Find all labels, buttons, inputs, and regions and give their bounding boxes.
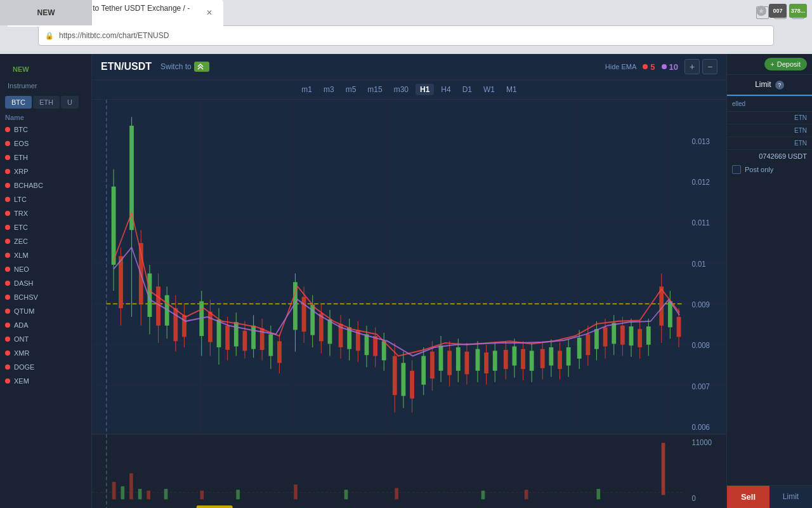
deposit-icon: +	[771, 61, 775, 68]
svg-rect-117	[566, 347, 571, 366]
ext-007-icon[interactable]: 007	[769, 4, 787, 18]
svg-rect-47	[243, 331, 247, 351]
bchabc-status-dot	[5, 183, 10, 188]
usdt-amount: 0742669 USDT	[732, 152, 807, 160]
tf-d1[interactable]: D1	[458, 84, 476, 95]
instrument-eos[interactable]: EOS	[0, 137, 91, 150]
star-icon[interactable]	[756, 6, 766, 16]
instrument-qtum[interactable]: QTUM	[0, 304, 91, 318]
svg-rect-129	[620, 326, 625, 345]
tf-w1[interactable]: W1	[479, 84, 499, 95]
svg-rect-81	[402, 363, 406, 396]
ema10-control[interactable]: 10	[662, 62, 678, 72]
instrument-etc[interactable]: ETC	[0, 220, 91, 234]
xmr-label: XMR	[14, 349, 29, 357]
tf-h4[interactable]: H4	[436, 84, 455, 95]
tf-h1[interactable]: H1	[416, 84, 434, 95]
svg-rect-65	[328, 319, 332, 344]
sidebar-tab-btc[interactable]: BTC	[5, 96, 32, 109]
zoom-out-button[interactable]: −	[702, 59, 717, 74]
tf-m1-upper[interactable]: M1	[502, 84, 521, 95]
chart-switch[interactable]: Switch to	[160, 62, 209, 72]
svg-rect-113	[549, 347, 553, 366]
instrument-xem[interactable]: XEM	[0, 374, 91, 388]
browser-chrome: NEW Electroneum ETN to Tether USDT Excha…	[0, 0, 812, 54]
tf-m30[interactable]: m30	[390, 84, 413, 95]
xlm-status-dot	[5, 253, 10, 258]
sell-button[interactable]: Sell	[727, 486, 769, 508]
ema5-control[interactable]: 5	[643, 62, 655, 72]
neo-label: NEO	[14, 265, 29, 273]
eos-label: EOS	[14, 140, 29, 147]
tf-m15[interactable]: m15	[363, 84, 386, 95]
btc-status-dot	[5, 127, 10, 132]
app-container: NEW Instrumer BTC ETH U Name BTC EOS ETH	[0, 54, 812, 508]
svg-rect-39	[208, 312, 213, 342]
deposit-button[interactable]: + Deposit	[764, 58, 807, 70]
ext-378-icon[interactable]: 378...	[789, 4, 807, 18]
svg-rect-77	[382, 341, 386, 360]
timeframe-bar: m1 m3 m5 m15 m30 H1 H4 D1 W1 M1	[92, 80, 726, 100]
svg-rect-21	[119, 256, 123, 308]
svg-rect-55	[277, 341, 282, 363]
instrument-doge[interactable]: DOGE	[0, 360, 91, 374]
instrument-eth[interactable]: ETH	[0, 150, 91, 164]
instrument-dash[interactable]: DASH	[0, 276, 91, 290]
tf-m3[interactable]: m3	[319, 84, 339, 95]
svg-rect-162	[294, 485, 298, 499]
chart-header: ETN/USDT Switch to Hide EMA 5 10 +	[92, 54, 726, 80]
tab-close-icon[interactable]: ✕	[206, 8, 213, 18]
instrument-ada[interactable]: ADA	[0, 318, 91, 332]
limit-order-label[interactable]: Limit	[769, 486, 812, 508]
instrument-xmr[interactable]: XMR	[0, 346, 91, 360]
instrument-zec[interactable]: ZEC	[0, 234, 91, 248]
instrument-ont[interactable]: ONT	[0, 332, 91, 346]
limit-help-icon[interactable]: ?	[775, 81, 784, 90]
chart-canvas[interactable]: 0.013 0.012 0.011 0.01 0.009 0.008 0.007…	[92, 100, 726, 508]
post-only-checkbox[interactable]	[732, 165, 741, 174]
hide-ema-button[interactable]: Hide EMA	[605, 63, 637, 70]
address-bar[interactable]: 🔒 https://hitbtc.com/chart/ETNUSD	[38, 25, 774, 46]
new-badge: NEW	[5, 59, 37, 77]
ema10-dot	[662, 64, 667, 69]
instrument-trx[interactable]: TRX	[0, 206, 91, 220]
svg-rect-121	[586, 334, 590, 355]
tf-m1[interactable]: m1	[297, 84, 317, 95]
svg-rect-163	[344, 490, 348, 499]
svg-rect-101	[493, 351, 497, 370]
instrument-bchabc[interactable]: BCHABC	[0, 178, 91, 192]
trx-status-dot	[5, 211, 10, 216]
instrument-ltc[interactable]: LTC	[0, 192, 91, 206]
svg-rect-95	[465, 352, 469, 375]
order-entry-3: ETN	[727, 137, 812, 150]
instrument-neo[interactable]: NEO	[0, 262, 91, 276]
bchabc-label: BCHABC	[14, 182, 43, 189]
svg-text:0: 0	[691, 493, 695, 503]
bchsv-status-dot	[5, 295, 10, 300]
svg-rect-119	[577, 338, 582, 359]
svg-marker-1	[759, 8, 764, 13]
svg-rect-168	[662, 443, 665, 495]
sidebar-tab-eth[interactable]: ETH	[33, 96, 60, 109]
tf-m5[interactable]: m5	[341, 84, 361, 95]
order-entry-1: ETN	[727, 112, 812, 124]
eth-label: ETH	[14, 154, 28, 161]
instrument-xrp[interactable]: XRP	[0, 164, 91, 178]
svg-rect-156	[129, 473, 133, 499]
zoom-in-button[interactable]: +	[684, 59, 700, 74]
svg-rect-133	[638, 329, 642, 347]
svg-rect-91	[447, 351, 452, 375]
instrument-btc[interactable]: BTC	[0, 123, 91, 137]
ema5-dot	[643, 64, 648, 69]
svg-rect-35	[182, 315, 187, 337]
post-only-label: Post only	[745, 166, 773, 173]
tab-limit[interactable]: Limit ?	[727, 75, 812, 96]
svg-rect-19	[112, 187, 116, 265]
svg-rect-115	[558, 351, 562, 369]
chart-area: ETN/USDT Switch to Hide EMA 5 10 +	[92, 54, 726, 508]
order-entry-2: ETN	[727, 124, 812, 137]
instrument-bchsv[interactable]: BCHSV	[0, 290, 91, 304]
sidebar-tab-u[interactable]: U	[61, 96, 79, 109]
instrument-xlm[interactable]: XLM	[0, 248, 91, 262]
order-type-tabs: Limit ?	[727, 75, 812, 97]
